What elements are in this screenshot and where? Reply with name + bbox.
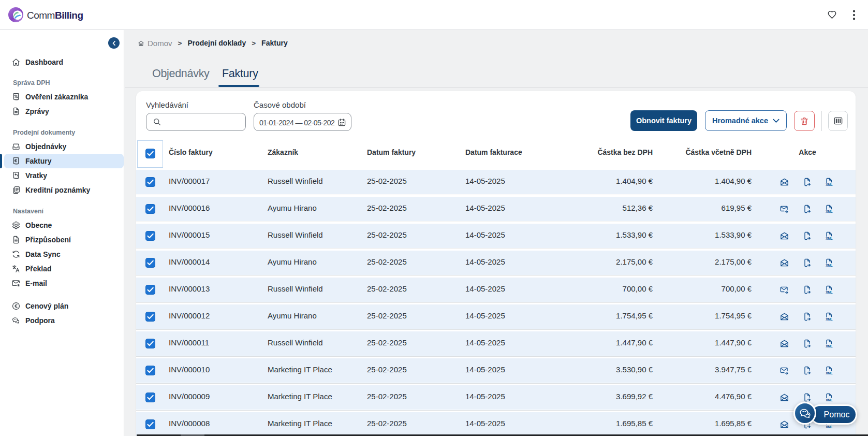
- svg-text:XML: XML: [826, 236, 832, 240]
- svg-text:XML: XML: [826, 182, 832, 186]
- svg-text:XML: XML: [826, 398, 832, 401]
- svg-text:XML: XML: [826, 344, 832, 347]
- svg-text:XML: XML: [826, 425, 832, 428]
- svg-text:XML: XML: [826, 371, 832, 374]
- svg-text:XML: XML: [826, 209, 832, 213]
- svg-text:XML: XML: [826, 263, 832, 267]
- svg-text:XML: XML: [826, 290, 832, 294]
- svg-text:XML: XML: [826, 317, 832, 321]
